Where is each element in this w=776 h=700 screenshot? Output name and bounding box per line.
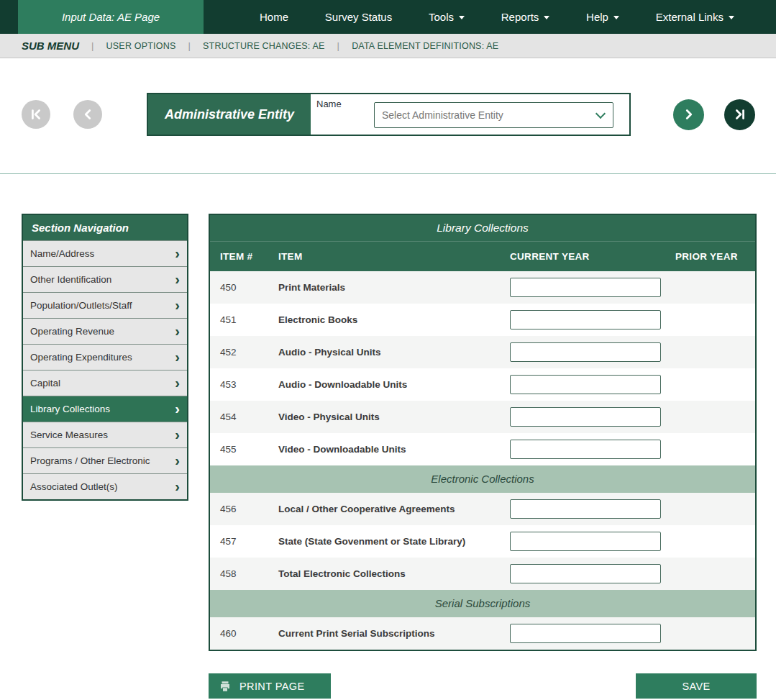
item-label: Audio - Downloadable Units	[278, 379, 510, 390]
next-page-button[interactable]	[673, 99, 704, 130]
submenu-item-user-options[interactable]: USER OPTIONS	[79, 40, 175, 51]
sidebar-item-capital[interactable]: Capital›	[23, 370, 187, 396]
column-header-item-number: ITEM #	[220, 251, 278, 262]
nav-tab-input-data-ae-page[interactable]: Input Data: AE Page	[18, 0, 204, 34]
item-label: Total Electronic Collections	[278, 568, 510, 579]
first-page-icon	[28, 106, 44, 122]
last-page-button[interactable]	[724, 99, 755, 130]
print-page-label: PRINT PAGE	[239, 681, 304, 692]
item-number: 450	[220, 282, 278, 293]
item-number: 460	[220, 628, 278, 639]
current-year-input[interactable]	[510, 375, 661, 394]
current-year-input[interactable]	[510, 564, 661, 583]
library-collections-table: Library Collections ITEM # ITEM CURRENT …	[209, 214, 757, 651]
caret-down-icon	[613, 16, 619, 19]
save-button[interactable]: SAVE	[636, 673, 757, 699]
sidebar-item-programs-other-electronic[interactable]: Programs / Other Electronic›	[23, 447, 187, 473]
nav-item-tools[interactable]: Tools	[429, 11, 465, 23]
entity-form: Name Select Administrative Entity	[311, 94, 629, 135]
chevron-right-icon: ›	[175, 479, 180, 494]
table-row: 452 Audio - Physical Units	[210, 336, 755, 368]
chevron-right-icon: ›	[175, 324, 180, 338]
column-header-prior-year: PRIOR YEAR	[675, 251, 755, 262]
sidebar-item-population-outlets-staff[interactable]: Population/Outlets/Staff›	[23, 292, 187, 318]
chevron-right-icon: ›	[175, 298, 180, 312]
chevron-right-icon: ›	[175, 246, 180, 260]
nav-item-survey-status[interactable]: Survey Status	[325, 11, 392, 23]
top-navigation: Input Data: AE Page Home Survey Status T…	[0, 0, 776, 34]
submenu-item-structure-changes-ae[interactable]: STRUCTURE CHANGES: AE	[175, 40, 324, 51]
chevron-right-icon: ›	[175, 272, 180, 286]
sidebar-item-associated-outlets[interactable]: Associated Outlet(s)›	[23, 473, 187, 499]
item-label: Current Print Serial Subscriptions	[278, 628, 510, 639]
column-header-current-year: CURRENT YEAR	[510, 251, 675, 262]
current-year-input[interactable]	[510, 342, 661, 362]
sidebar-title: Section Navigation	[23, 215, 187, 240]
sidebar-item-service-measures[interactable]: Service Measures›	[23, 422, 187, 447]
first-page-button[interactable]	[22, 100, 50, 129]
next-page-icon	[681, 106, 697, 122]
item-label: Print Materials	[278, 282, 510, 293]
submenu-item-data-element-definitions-ae[interactable]: DATA ELEMENT DEFINITIONS: AE	[325, 40, 499, 51]
nav-tab-label: Input Data: AE Page	[62, 11, 160, 23]
table-section-header-electronic-collections: Electronic Collections	[210, 465, 755, 493]
administrative-entity-select[interactable]: Select Administrative Entity	[374, 102, 613, 128]
item-label: Electronic Books	[278, 314, 510, 325]
pager-right-group	[673, 99, 755, 130]
table-column: Library Collections ITEM # ITEM CURRENT …	[209, 214, 757, 699]
chevron-right-icon: ›	[175, 427, 180, 442]
item-label: Local / Other Cooperative Agreements	[278, 504, 510, 514]
nav-item-home[interactable]: Home	[260, 11, 288, 23]
current-year-input[interactable]	[510, 440, 661, 459]
current-year-input[interactable]	[510, 532, 661, 551]
nav-item-external-links[interactable]: External Links	[656, 11, 734, 23]
current-year-input[interactable]	[510, 310, 661, 329]
chevron-right-icon: ›	[175, 401, 180, 416]
sidebar-item-operating-expenditures[interactable]: Operating Expenditures›	[23, 344, 187, 370]
sidebar-item-other-identification[interactable]: Other Identification›	[23, 266, 187, 292]
last-page-icon	[732, 106, 748, 122]
chevron-right-icon: ›	[175, 453, 180, 468]
chevron-right-icon: ›	[175, 350, 180, 364]
item-number: 455	[220, 444, 278, 455]
caret-down-icon	[729, 16, 734, 19]
table-row: 450 Print Materials	[210, 271, 755, 304]
item-number: 458	[220, 568, 278, 579]
current-year-input[interactable]	[510, 624, 661, 643]
table-title: Library Collections	[210, 215, 755, 241]
sidebar-item-library-collections[interactable]: Library Collections›	[23, 396, 187, 422]
item-number: 452	[220, 347, 278, 358]
current-year-input[interactable]	[510, 499, 661, 519]
table-row: 455 Video - Downloadable Units	[210, 433, 755, 465]
table-row: 457 State (State Govenment or State Libr…	[210, 525, 755, 558]
item-label: State (State Govenment or State Library)	[278, 536, 510, 547]
item-number: 453	[220, 379, 278, 390]
table-section-header-serial-subscriptions: Serial Subscriptions	[210, 590, 755, 617]
pager-left-group	[22, 100, 102, 129]
current-year-input[interactable]	[510, 278, 661, 297]
administrative-entity-panel: Administrative Entity Name Select Admini…	[147, 93, 631, 136]
previous-page-button[interactable]	[73, 100, 102, 129]
entity-select-wrap: Select Administrative Entity	[374, 102, 613, 128]
nav-item-help[interactable]: Help	[586, 11, 619, 23]
sub-menu-title: SUB MENU	[22, 40, 79, 52]
item-label: Video - Physical Units	[278, 412, 510, 422]
item-number: 451	[220, 314, 278, 325]
entity-selector-row: Administrative Entity Name Select Admini…	[0, 93, 776, 136]
table-row: 451 Electronic Books	[210, 304, 755, 336]
item-number: 457	[220, 536, 278, 547]
table-row: 453 Audio - Downloadable Units	[210, 368, 755, 401]
item-number: 454	[220, 412, 278, 422]
action-buttons-row: PRINT PAGE SAVE	[209, 673, 757, 699]
current-year-input[interactable]	[510, 407, 661, 427]
sidebar-item-operating-revenue[interactable]: Operating Revenue›	[23, 318, 187, 344]
print-page-button[interactable]: PRINT PAGE	[209, 673, 331, 699]
sidebar-item-name-address[interactable]: Name/Address›	[23, 240, 187, 266]
sub-menu-bar: SUB MENU USER OPTIONS STRUCTURE CHANGES:…	[0, 34, 776, 58]
nav-item-reports[interactable]: Reports	[501, 11, 550, 23]
column-header-item: ITEM	[278, 251, 510, 262]
caret-down-icon	[459, 16, 465, 19]
previous-page-icon	[80, 106, 96, 122]
section-navigation-sidebar: Section Navigation Name/Address› Other I…	[22, 214, 188, 501]
table-row: 458 Total Electronic Collections	[210, 558, 755, 590]
